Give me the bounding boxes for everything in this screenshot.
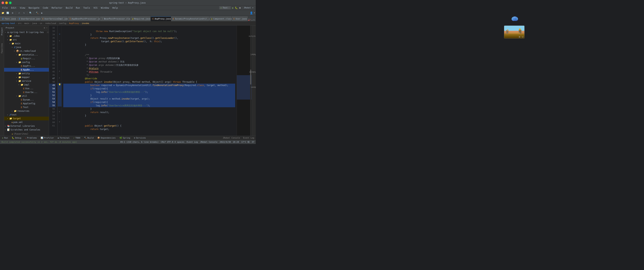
- tree-item-main[interactable]: ▾ 📁 main: [4, 42, 49, 45]
- maximize-button[interactable]: □: [9, 2, 12, 4]
- panel-settings-icon[interactable]: ⚙: [44, 27, 45, 29]
- breadcrumb-invoke[interactable]: invoke: [82, 22, 89, 25]
- tab-appbeanpostprocessor[interactable]: C AppBeanPostProcessor.java✕: [68, 16, 100, 21]
- build-icon[interactable]: 🔨: [35, 11, 39, 15]
- event-log-btn[interactable]: Event Log: [243, 137, 254, 139]
- breadcrumb-src[interactable]: src: [18, 22, 22, 25]
- tree-item-userimpl1[interactable]: C Use...: [4, 87, 49, 90]
- menu-code[interactable]: Code: [41, 6, 50, 10]
- undo-icon[interactable]: ↩: [17, 11, 21, 15]
- maven-tab[interactable]: Maven: [250, 86, 256, 89]
- problems-panel-btn[interactable]: ⚠ Problems: [24, 137, 38, 139]
- tree-item-pom[interactable]: ⊞ pom.xml: [4, 120, 49, 124]
- project-icon[interactable]: 📁: [1, 11, 5, 15]
- run-config-selector[interactable]: ▶ Test ▾: [219, 6, 231, 9]
- tree-item-external-libs[interactable]: ▸ 📚 External Libraries: [4, 124, 49, 128]
- tree-item-dynamic[interactable]: C Dynam...: [4, 98, 49, 102]
- settings-icon[interactable]: ⚙: [10, 11, 14, 15]
- minimize-button[interactable]: −: [5, 2, 8, 4]
- debug-button[interactable]: 🐛: [235, 7, 238, 9]
- line-endings[interactable]: CRLF UTF-8 4 spaces: [161, 141, 184, 143]
- tree-item-target[interactable]: ▾ 📁 target: [4, 117, 49, 120]
- tree-item-annotation-pkg[interactable]: ▾ 📁 annotatio...: [4, 53, 49, 57]
- tab-aopproxy[interactable]: C AopProxy.java✕: [151, 16, 171, 21]
- tree-item-aopproxy-file[interactable]: C AopPrc...: [4, 64, 49, 68]
- jrebel-console-status[interactable]: JRebel Console: [200, 141, 218, 143]
- menu-run[interactable]: Run: [74, 6, 82, 10]
- menu-window[interactable]: Window: [100, 6, 110, 10]
- tree-item-appbean[interactable]: C AppBe...: [4, 68, 49, 72]
- jrebel-console-btn[interactable]: JRebel Console: [223, 137, 240, 139]
- menu-build[interactable]: Build: [64, 6, 74, 10]
- breadcrumb-config[interactable]: config: [59, 22, 66, 25]
- tree-item-resources[interactable]: ▸ 📁 resources: [4, 109, 49, 113]
- panel-collapse-icon[interactable]: −: [46, 27, 47, 29]
- chevron-down-icon[interactable]: ▽: [253, 19, 254, 21]
- menu-tools[interactable]: Tools: [82, 6, 92, 10]
- close-button[interactable]: ✕: [2, 2, 4, 4]
- event-log-status[interactable]: Event Log: [187, 141, 198, 143]
- tree-item-java[interactable]: ▾ J java: [4, 45, 49, 49]
- favorites-tab[interactable]: Favorites: [0, 42, 3, 54]
- tree-item-impl[interactable]: ▾ 📁 impl: [4, 83, 49, 87]
- tree-item-util[interactable]: ▾ 📁 util: [4, 94, 49, 98]
- tab-test[interactable]: J Test.java✕: [0, 16, 17, 21]
- stop-button[interactable]: ⏹: [239, 7, 241, 9]
- database-tab[interactable]: Database: [248, 71, 256, 73]
- build-panel-btn[interactable]: 🔨 Build: [83, 137, 94, 139]
- tab-userservice[interactable]: I UserService.java✕: [17, 16, 40, 21]
- tab-userserviceimpl[interactable]: C UserServiceImpl.java✕: [40, 16, 68, 21]
- dependencies-panel-btn[interactable]: 📦 Dependencies: [96, 137, 116, 139]
- run-all-icon[interactable]: ▶: [40, 11, 44, 15]
- breadcrumb-main[interactable]: main: [24, 22, 30, 25]
- jrebel-button[interactable]: JRebel ▾: [244, 7, 254, 9]
- breadcrumb-part[interactable]: spring-test: [2, 22, 15, 25]
- jrebel-tab[interactable]: JRebel: [249, 53, 256, 56]
- todo-panel-btn[interactable]: ✔ TODO: [73, 137, 81, 139]
- services-panel-btn[interactable]: ⚙ Services: [133, 137, 146, 139]
- tree-item-mapper[interactable]: ▸ 📁 mapper: [4, 75, 49, 79]
- tab-dynamicproxy[interactable]: C DynamicProxyAnnotationUtil.java✕: [171, 16, 209, 21]
- menu-refactor[interactable]: Refactor: [50, 6, 64, 10]
- cursor-position[interactable]: 49:1 (210 chars, 6 line breaks): [120, 141, 158, 143]
- tab-component[interactable]: @ Component.class✕: [209, 16, 232, 21]
- run-panel-btn[interactable]: ▶ Run: [2, 137, 9, 139]
- tab-required[interactable]: @ Required.java✕: [130, 16, 151, 21]
- project-tab[interactable]: Project: [0, 26, 3, 36]
- tree-item-package[interactable]: ▾ 📦 cn.redocloud: [4, 49, 49, 53]
- profiler-panel-btn[interactable]: 📊 Profiler: [40, 137, 55, 139]
- menu-edit[interactable]: Edit: [10, 6, 18, 10]
- breadcrumb-aopproxy[interactable]: AopProxy: [69, 22, 79, 25]
- search-icon[interactable]: 🔍: [28, 11, 32, 15]
- tree-item-config[interactable]: ▾ 📁 config: [4, 60, 49, 64]
- tree-item-required[interactable]: @ Requir...: [4, 57, 49, 60]
- tree-item-userservice-impl[interactable]: C UserSe...: [4, 90, 49, 94]
- menu-file[interactable]: File: [1, 6, 9, 10]
- quick-fix-icon[interactable]: 💡: [58, 83, 61, 86]
- tree-item-test-folder[interactable]: ▸ J test: [4, 113, 49, 117]
- structure-tab[interactable]: Structure: [248, 35, 256, 38]
- code-content[interactable]: throw new RuntimeException("target objec…: [62, 26, 237, 136]
- scrollbar-track[interactable]: [250, 26, 251, 136]
- minimap[interactable]: [237, 26, 252, 136]
- breadcrumb-java[interactable]: java: [32, 22, 37, 25]
- menu-vcs[interactable]: VCS: [92, 6, 99, 10]
- tree-item-appconfig[interactable]: C AppConfig: [4, 102, 49, 105]
- breadcrumb-cn[interactable]: cn: [40, 22, 42, 25]
- account-label[interactable]: ▾: [254, 12, 255, 14]
- tree-item-entity[interactable]: ▸ 📁 entity: [4, 72, 49, 75]
- chevron-up-icon[interactable]: △: [252, 19, 253, 21]
- menu-help[interactable]: Help: [111, 6, 119, 10]
- tree-item-idea[interactable]: ▸ 📁 .idea: [4, 34, 49, 38]
- redo-icon[interactable]: ↪: [22, 11, 26, 15]
- tree-item-scratches[interactable]: ▸ 📝 Scratches and Consoles: [4, 128, 49, 132]
- tree-item-service[interactable]: ▾ 📁 service: [4, 79, 49, 83]
- menu-navigate[interactable]: Navigate: [27, 6, 41, 10]
- sync-icon[interactable]: 🔄: [6, 11, 10, 15]
- tree-item-root[interactable]: ▾ 🗂 spring-test D:\spring-tes 32: [4, 30, 49, 34]
- code-editor[interactable]: 32 33 34 35 36 37 38 39 40 41 42 43 44 4…: [49, 26, 252, 136]
- run-button[interactable]: ▶: [232, 6, 234, 10]
- terminal-panel-btn[interactable]: ▬ Terminal: [57, 137, 70, 139]
- tree-item-favorites[interactable]: ★ (Favorites): [4, 132, 49, 136]
- menu-view[interactable]: View: [18, 6, 27, 10]
